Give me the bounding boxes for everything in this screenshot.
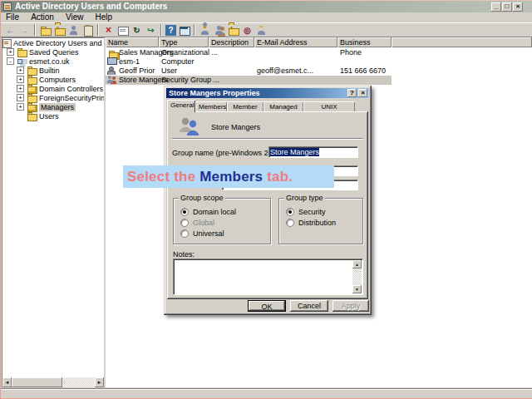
- radio-label[interactable]: Security: [298, 208, 326, 216]
- group-icon-large: [179, 116, 200, 136]
- cell-type: Computer: [161, 57, 195, 66]
- column-header-phone[interactable]: Business Phone: [337, 37, 392, 47]
- status-bar: [1, 388, 532, 399]
- column-header-email[interactable]: E-Mail Address: [254, 37, 337, 47]
- ou-folder-icon: [27, 85, 39, 93]
- menu-file[interactable]: File: [6, 12, 19, 22]
- help-icon[interactable]: ?: [165, 25, 176, 36]
- scroll-down-icon[interactable]: ▼: [352, 285, 362, 293]
- column-header-type[interactable]: Type: [159, 37, 209, 47]
- dialog-help-icon[interactable]: ?: [347, 89, 357, 97]
- close-button[interactable]: ×: [513, 2, 523, 12]
- refresh-icon[interactable]: ↻: [131, 24, 143, 37]
- tree-item-users[interactable]: Users: [2, 112, 104, 121]
- horizontal-scrollbar[interactable]: ◄ ►: [2, 377, 104, 387]
- minimize-button[interactable]: _: [491, 2, 501, 12]
- expand-icon[interactable]: +: [17, 103, 24, 111]
- radio-label[interactable]: Distribution: [298, 219, 336, 227]
- scroll-right-icon[interactable]: ►: [95, 377, 104, 387]
- folder-view-icon[interactable]: [53, 24, 66, 37]
- menu-view[interactable]: View: [66, 12, 84, 22]
- find-icon[interactable]: [255, 24, 268, 37]
- tree-item-foreign-security-principals[interactable]: + ForeignSecurityPrincipals: [2, 94, 104, 102]
- radio-security[interactable]: [286, 208, 294, 216]
- restore-button[interactable]: □: [502, 2, 512, 12]
- group-name-display: Store Mangers: [211, 123, 260, 131]
- radio-label[interactable]: Universal: [193, 229, 224, 238]
- tree-item-label: Saved Queries: [29, 48, 79, 57]
- radio-label[interactable]: Domain local: [193, 208, 236, 216]
- new-ou-icon[interactable]: [227, 24, 239, 37]
- scrollbar-thumb[interactable]: [12, 377, 62, 387]
- scrollbar-track[interactable]: [62, 377, 95, 387]
- dialog-close-icon[interactable]: ×: [358, 89, 367, 97]
- scroll-up-icon[interactable]: ▲: [352, 260, 362, 268]
- toolbar: ← → × ↻ ↪ ? ◎: [1, 22, 532, 37]
- up-one-level-icon[interactable]: [39, 24, 52, 37]
- notes-label: Notes:: [173, 250, 195, 259]
- selected-text: Store Mangers: [270, 148, 319, 156]
- menu-action[interactable]: Action: [31, 12, 54, 22]
- separator: [172, 138, 363, 140]
- menu-help[interactable]: Help: [95, 12, 112, 22]
- export-list-icon[interactable]: ↪: [145, 24, 157, 37]
- cancel-button[interactable]: Cancel: [290, 300, 328, 312]
- folder-icon: [27, 94, 39, 102]
- cell-email: geoff@esmet.c...: [257, 66, 336, 76]
- notes-textarea[interactable]: ▲ ▼: [173, 259, 363, 295]
- paste-icon[interactable]: [81, 24, 94, 37]
- dialog-title: Store Mangers Properties: [169, 89, 260, 97]
- expand-icon[interactable]: +: [17, 85, 24, 92]
- ok-button[interactable]: OK: [248, 300, 286, 312]
- tree-item-domain-controllers[interactable]: + Domain Controllers: [2, 85, 104, 93]
- console-tree-icon[interactable]: [178, 24, 190, 37]
- back-icon[interactable]: ←: [4, 24, 17, 37]
- user-icon: [107, 66, 117, 75]
- computer-icon: [107, 57, 117, 66]
- tree-item-label: Users: [39, 112, 59, 121]
- tree-item-root[interactable]: Active Directory Users and Comput...: [2, 39, 104, 47]
- notes-scrollbar[interactable]: ▲ ▼: [352, 260, 362, 293]
- tree-item-managers[interactable]: + Managers: [2, 103, 104, 111]
- cut-icon[interactable]: [67, 24, 80, 37]
- overlay-text: Select the: [127, 169, 200, 185]
- folder-icon: [27, 66, 39, 75]
- domain-icon: [17, 58, 29, 66]
- group-name-input[interactable]: Store Mangers: [268, 146, 358, 158]
- delete-icon[interactable]: ×: [102, 24, 115, 37]
- collapse-icon[interactable]: -: [7, 57, 14, 65]
- instruction-overlay: Select the Members tab.: [123, 165, 334, 188]
- tab-general[interactable]: General: [167, 100, 195, 112]
- scroll-left-icon[interactable]: ◄: [2, 377, 12, 387]
- radio-domain-local[interactable]: [180, 208, 189, 216]
- radio-universal[interactable]: [180, 229, 189, 238]
- set-filter-icon[interactable]: ◎: [241, 24, 254, 37]
- tree-item-domain[interactable]: - esmet.co.uk: [2, 57, 104, 66]
- window-titlebar[interactable]: Active Directory Users and Computers _ □…: [1, 1, 532, 12]
- expand-icon[interactable]: +: [17, 76, 24, 83]
- tree-item-builtin[interactable]: + Builtin: [2, 66, 104, 75]
- new-user-icon[interactable]: [199, 24, 211, 37]
- expand-icon[interactable]: +: [17, 66, 24, 74]
- tree-item-computers[interactable]: + Computers: [2, 76, 104, 84]
- window-title: Active Directory Users and Computers: [15, 1, 167, 12]
- tree-item-saved-queries[interactable]: + Saved Queries: [2, 48, 104, 57]
- cell-name: Geoff Prior: [119, 66, 155, 76]
- expand-icon[interactable]: +: [17, 94, 24, 101]
- forward-icon[interactable]: →: [18, 24, 31, 37]
- scrollbar-track[interactable]: [352, 268, 362, 285]
- toolbar-separator: [194, 24, 195, 36]
- ou-folder-icon: [27, 103, 39, 111]
- dialog-titlebar[interactable]: Store Mangers Properties ? ×: [166, 88, 369, 98]
- properties-icon[interactable]: [116, 24, 129, 37]
- radio-distribution[interactable]: [286, 219, 294, 227]
- app-icon: [3, 2, 12, 11]
- tree-item-label: esmet.co.uk: [29, 57, 70, 66]
- expand-icon[interactable]: +: [7, 48, 14, 56]
- toolbar-separator: [97, 24, 99, 36]
- new-group-icon[interactable]: [213, 24, 225, 37]
- column-header-name[interactable]: Name: [106, 37, 159, 47]
- column-header-description[interactable]: Description: [209, 37, 254, 47]
- tree-item-label: Active Directory Users and Comput...: [13, 39, 103, 47]
- radio-global[interactable]: [180, 219, 189, 227]
